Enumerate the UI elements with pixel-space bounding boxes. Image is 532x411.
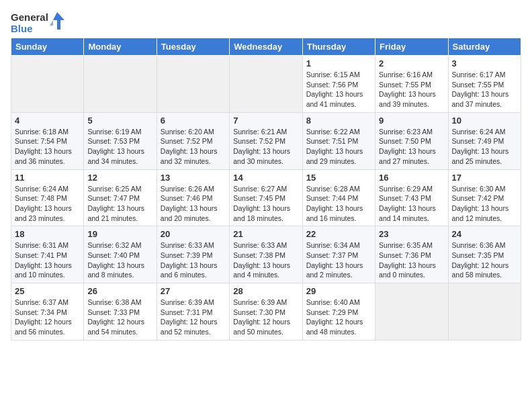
week-row-1: 4Sunrise: 6:18 AMSunset: 7:54 PMDaylight…: [11, 112, 521, 169]
day-info: Sunrise: 6:37 AMSunset: 7:34 PMDaylight:…: [15, 298, 80, 337]
calendar: SundayMondayTuesdayWednesdayThursdayFrid…: [11, 38, 521, 340]
day-info: Sunrise: 6:17 AMSunset: 7:55 PMDaylight:…: [452, 70, 517, 109]
calendar-cell: 28Sunrise: 6:39 AMSunset: 7:30 PMDayligh…: [230, 283, 302, 340]
day-number: 15: [306, 173, 371, 183]
day-number: 24: [452, 229, 517, 239]
calendar-body: 1Sunrise: 6:15 AMSunset: 7:56 PMDaylight…: [11, 56, 521, 340]
day-info: Sunrise: 6:20 AMSunset: 7:52 PMDaylight:…: [161, 127, 226, 167]
day-info: Sunrise: 6:31 AMSunset: 7:41 PMDaylight:…: [15, 240, 80, 280]
calendar-cell: 8Sunrise: 6:22 AMSunset: 7:51 PMDaylight…: [302, 112, 375, 169]
calendar-cell: 10Sunrise: 6:24 AMSunset: 7:49 PMDayligh…: [448, 112, 521, 169]
calendar-cell: 6Sunrise: 6:20 AMSunset: 7:52 PMDaylight…: [157, 112, 229, 169]
day-number: 4: [15, 116, 80, 126]
day-info: Sunrise: 6:30 AMSunset: 7:42 PMDaylight:…: [452, 184, 517, 224]
calendar-cell: 11Sunrise: 6:24 AMSunset: 7:48 PMDayligh…: [11, 169, 84, 226]
week-row-0: 1Sunrise: 6:15 AMSunset: 7:56 PMDaylight…: [11, 56, 521, 113]
day-number: 18: [15, 229, 80, 239]
week-row-4: 25Sunrise: 6:37 AMSunset: 7:34 PMDayligh…: [11, 283, 521, 340]
day-number: 3: [452, 58, 517, 68]
day-number: 25: [15, 286, 80, 296]
calendar-cell: 3Sunrise: 6:17 AMSunset: 7:55 PMDaylight…: [448, 56, 521, 113]
day-number: 13: [161, 173, 226, 183]
calendar-cell: 23Sunrise: 6:35 AMSunset: 7:36 PMDayligh…: [375, 226, 448, 283]
day-number: 16: [379, 173, 444, 183]
calendar-cell: 25Sunrise: 6:37 AMSunset: 7:34 PMDayligh…: [11, 283, 84, 340]
calendar-cell: 21Sunrise: 6:33 AMSunset: 7:38 PMDayligh…: [230, 226, 302, 283]
calendar-cell: 7Sunrise: 6:21 AMSunset: 7:52 PMDaylight…: [230, 112, 302, 169]
day-number: 19: [87, 229, 152, 239]
calendar-cell: [375, 283, 448, 340]
calendar-cell: 22Sunrise: 6:34 AMSunset: 7:37 PMDayligh…: [302, 226, 375, 283]
logo-graphic: General Blue: [11, 11, 64, 35]
calendar-cell: 27Sunrise: 6:39 AMSunset: 7:31 PMDayligh…: [157, 283, 229, 340]
calendar-cell: 17Sunrise: 6:30 AMSunset: 7:42 PMDayligh…: [448, 169, 521, 226]
day-number: 8: [306, 116, 371, 126]
calendar-cell: [448, 283, 521, 340]
day-info: Sunrise: 6:33 AMSunset: 7:39 PMDaylight:…: [161, 240, 226, 280]
day-header-saturday: Saturday: [448, 38, 521, 56]
calendar-cell: [84, 56, 157, 113]
day-info: Sunrise: 6:33 AMSunset: 7:38 PMDaylight:…: [233, 240, 298, 280]
day-info: Sunrise: 6:23 AMSunset: 7:50 PMDaylight:…: [379, 127, 444, 167]
week-row-3: 18Sunrise: 6:31 AMSunset: 7:41 PMDayligh…: [11, 226, 521, 283]
calendar-cell: 24Sunrise: 6:36 AMSunset: 7:35 PMDayligh…: [448, 226, 521, 283]
calendar-cell: 13Sunrise: 6:26 AMSunset: 7:46 PMDayligh…: [157, 169, 229, 226]
week-row-2: 11Sunrise: 6:24 AMSunset: 7:48 PMDayligh…: [11, 169, 521, 226]
logo-bird-icon: [50, 11, 64, 35]
day-info: Sunrise: 6:24 AMSunset: 7:48 PMDaylight:…: [15, 184, 80, 224]
day-number: 23: [379, 229, 444, 239]
days-header-row: SundayMondayTuesdayWednesdayThursdayFrid…: [11, 38, 521, 56]
day-header-wednesday: Wednesday: [230, 38, 302, 56]
svg-marker-0: [53, 12, 64, 30]
day-number: 29: [306, 286, 371, 296]
day-number: 20: [161, 229, 226, 239]
calendar-cell: [157, 56, 229, 113]
calendar-cell: 18Sunrise: 6:31 AMSunset: 7:41 PMDayligh…: [11, 226, 84, 283]
day-info: Sunrise: 6:35 AMSunset: 7:36 PMDaylight:…: [379, 240, 444, 280]
calendar-cell: 12Sunrise: 6:25 AMSunset: 7:47 PMDayligh…: [84, 169, 157, 226]
day-info: Sunrise: 6:21 AMSunset: 7:52 PMDaylight:…: [233, 127, 298, 167]
day-number: 6: [161, 116, 226, 126]
day-info: Sunrise: 6:39 AMSunset: 7:30 PMDaylight:…: [233, 298, 298, 337]
calendar-cell: 4Sunrise: 6:18 AMSunset: 7:54 PMDaylight…: [11, 112, 84, 169]
svg-marker-1: [50, 20, 53, 26]
day-info: Sunrise: 6:26 AMSunset: 7:46 PMDaylight:…: [161, 184, 226, 224]
day-number: 27: [161, 286, 226, 296]
logo: General Blue: [11, 11, 64, 35]
calendar-cell: 9Sunrise: 6:23 AMSunset: 7:50 PMDaylight…: [375, 112, 448, 169]
day-info: Sunrise: 6:29 AMSunset: 7:43 PMDaylight:…: [379, 184, 444, 224]
calendar-cell: 20Sunrise: 6:33 AMSunset: 7:39 PMDayligh…: [157, 226, 229, 283]
day-info: Sunrise: 6:34 AMSunset: 7:37 PMDaylight:…: [306, 240, 371, 280]
day-info: Sunrise: 6:40 AMSunset: 7:29 PMDaylight:…: [306, 298, 371, 337]
day-header-sunday: Sunday: [11, 38, 84, 56]
calendar-cell: 14Sunrise: 6:27 AMSunset: 7:45 PMDayligh…: [230, 169, 302, 226]
day-header-tuesday: Tuesday: [157, 38, 229, 56]
calendar-cell: 26Sunrise: 6:38 AMSunset: 7:33 PMDayligh…: [84, 283, 157, 340]
day-number: 10: [452, 116, 517, 126]
day-number: 28: [233, 286, 298, 296]
day-info: Sunrise: 6:28 AMSunset: 7:44 PMDaylight:…: [306, 184, 371, 224]
day-info: Sunrise: 6:16 AMSunset: 7:55 PMDaylight:…: [379, 70, 444, 109]
day-number: 21: [233, 229, 298, 239]
day-number: 2: [379, 58, 444, 68]
day-info: Sunrise: 6:38 AMSunset: 7:33 PMDaylight:…: [87, 298, 152, 337]
day-info: Sunrise: 6:24 AMSunset: 7:49 PMDaylight:…: [452, 127, 517, 167]
day-header-monday: Monday: [84, 38, 157, 56]
calendar-cell: 2Sunrise: 6:16 AMSunset: 7:55 PMDaylight…: [375, 56, 448, 113]
calendar-cell: [230, 56, 302, 113]
day-info: Sunrise: 6:36 AMSunset: 7:35 PMDaylight:…: [452, 240, 517, 280]
day-info: Sunrise: 6:22 AMSunset: 7:51 PMDaylight:…: [306, 127, 371, 167]
day-number: 17: [452, 173, 517, 183]
day-number: 14: [233, 173, 298, 183]
day-number: 9: [379, 116, 444, 126]
day-info: Sunrise: 6:18 AMSunset: 7:54 PMDaylight:…: [15, 127, 80, 167]
day-number: 1: [306, 58, 371, 68]
day-info: Sunrise: 6:25 AMSunset: 7:47 PMDaylight:…: [87, 184, 152, 224]
calendar-cell: 16Sunrise: 6:29 AMSunset: 7:43 PMDayligh…: [375, 169, 448, 226]
calendar-cell: [11, 56, 84, 113]
day-number: 26: [87, 286, 152, 296]
day-number: 7: [233, 116, 298, 126]
day-header-friday: Friday: [375, 38, 448, 56]
day-number: 22: [306, 229, 371, 239]
header: General Blue: [11, 11, 521, 35]
